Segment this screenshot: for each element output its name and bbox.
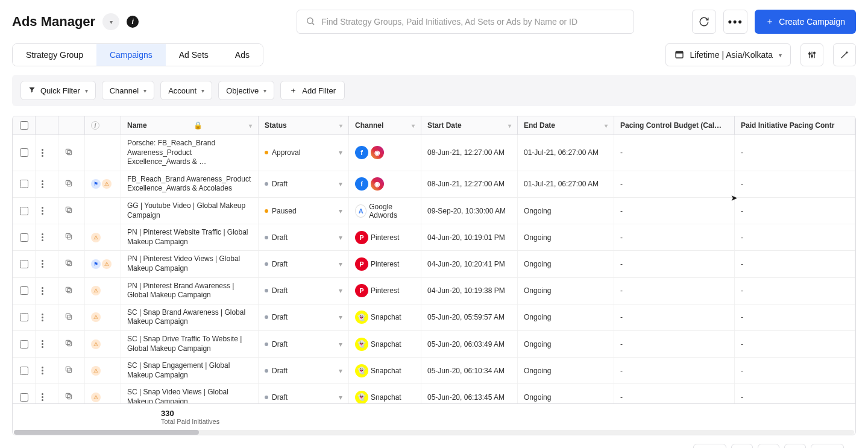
campaign-name[interactable]: PN | Pinterest Brand Awareness | Global … [121,278,259,304]
duplicate-icon[interactable] [64,148,73,158]
last-page-button[interactable]: Last [811,444,844,448]
svg-rect-13 [68,182,72,186]
row-checkbox[interactable] [20,313,28,321]
campaign-name[interactable]: SC | Snap Engagement | Global Makeup Cam… [121,358,259,383]
col-channel[interactable]: Channel▾ [349,116,421,134]
row-menu-button[interactable] [42,149,43,157]
col-start-label: Start Date [427,121,462,130]
duplicate-icon[interactable] [64,179,73,189]
sort-icon[interactable]: ▾ [412,122,415,129]
row-error-icons: ⚠ [91,393,101,402]
row-checkbox[interactable] [20,260,28,268]
row-checkbox[interactable] [20,340,28,349]
status-dropdown[interactable]: ▾ [339,393,342,402]
duplicate-icon[interactable] [64,286,73,296]
row-checkbox[interactable] [20,233,28,242]
svg-rect-16 [66,207,70,211]
status-dropdown[interactable]: ▾ [339,148,342,157]
duplicate-icon[interactable] [64,259,73,269]
col-start[interactable]: Start Date▾ [421,116,518,134]
page-number[interactable]: 1 [758,444,779,448]
sort-icon[interactable]: ▾ [339,122,342,129]
row-checkbox[interactable] [20,393,28,402]
status-dropdown[interactable]: ▾ [339,367,342,375]
status-dropdown[interactable]: ▾ [339,340,342,349]
tab-ads[interactable]: Ads [222,44,263,66]
app-dropdown[interactable]: ▾ [102,13,119,30]
sort-icon[interactable]: ▾ [508,122,511,129]
next-page-button[interactable]: ▶ [784,444,806,448]
quick-filter-button[interactable]: Quick Filter ▾ [20,81,96,100]
col-end[interactable]: End Date▾ [518,116,614,134]
sort-icon[interactable]: ▾ [249,122,252,129]
status-dropdown[interactable]: ▾ [339,233,342,242]
col-status[interactable]: Status▾ [259,116,349,134]
more-menu-button[interactable]: ••• [723,10,747,34]
duplicate-icon[interactable] [64,365,73,376]
row-menu-button[interactable] [42,207,43,215]
col-paid[interactable]: Paid Initiative Pacing Contr [735,116,855,134]
row-menu-button[interactable] [42,367,43,374]
timerange-dropdown[interactable]: Lifetime | Asia/Kolkata ▾ [665,43,791,66]
filter-channel[interactable]: Channel▾ [102,81,154,100]
filter-account[interactable]: Account▾ [160,81,212,100]
duplicate-icon[interactable] [64,232,73,242]
row-menu-button[interactable] [42,393,43,401]
refresh-button[interactable] [692,10,716,34]
timerange-label: Lifetime | Asia/Kolkata [690,50,773,60]
row-menu-button[interactable] [42,340,43,348]
duplicate-icon[interactable] [64,206,73,216]
status-dropdown[interactable]: ▾ [339,313,342,321]
col-name[interactable]: Name🔒▾ [121,116,259,134]
campaign-name[interactable]: SC | Snap Drive Traffic To Website | Glo… [121,331,259,357]
filter-objective[interactable]: Objective▾ [218,81,274,100]
prev-page-button[interactable]: ◀ [731,444,753,448]
create-campaign-button[interactable]: ＋ Create Campaign [755,10,856,34]
duplicate-icon[interactable] [64,339,73,349]
add-filter-button[interactable]: ＋Add Filter [280,81,345,100]
status-pill: Draft [265,233,288,242]
status-dropdown[interactable]: ▾ [339,180,342,188]
row-menu-button[interactable] [42,233,43,241]
select-all-checkbox[interactable] [20,121,28,130]
horizontal-scrollbar[interactable] [14,430,854,435]
duplicate-icon[interactable] [64,312,73,323]
status-dropdown[interactable]: ▾ [339,260,342,268]
status-dropdown[interactable]: ▾ [339,286,342,295]
sort-icon[interactable]: ▾ [605,122,608,129]
row-menu-button[interactable] [42,180,43,188]
col-pacing[interactable]: Pacing Control Budget (Cal… [614,116,735,134]
campaign-name[interactable]: PN | Pinterest Video Views | Global Make… [121,251,259,277]
tab-strategy-group[interactable]: Strategy Group [13,44,96,66]
row-menu-button[interactable] [42,287,43,295]
row-checkbox[interactable] [20,180,28,188]
table-scroll[interactable]: i Name🔒▾ Status▾ Channel▾ Start Date▾ En… [13,116,855,403]
info-icon[interactable]: i [127,16,139,28]
magic-button[interactable] [833,43,856,66]
campaign-name[interactable]: SC | Snap Brand Awareness | Global Makeu… [121,304,259,330]
status-dropdown[interactable]: ▾ [339,207,342,215]
campaign-name[interactable]: Porsche: FB_Reach_Brand Awareness_Produc… [121,135,259,171]
campaign-name[interactable]: PN | Pinterest Website Traffic | Global … [121,224,259,250]
search-input[interactable] [321,17,625,27]
row-menu-button[interactable] [42,260,43,268]
search-bar[interactable] [297,10,634,34]
tab-campaigns[interactable]: Campaigns [96,44,166,66]
duplicate-icon[interactable] [64,392,73,402]
start-date: 05-Jun-20, 06:10:34 AM [421,358,518,383]
sc-channel-icon: 👻 [355,338,368,351]
row-menu-button[interactable] [42,314,43,321]
first-page-button[interactable]: First [693,444,726,448]
row-checkbox[interactable] [20,367,28,375]
campaign-name[interactable]: GG | Youtube Video | Global Makeup Campa… [121,198,259,224]
columns-settings-button[interactable] [800,43,823,66]
campaign-name[interactable]: SC | Snap Video Views | Global Makeup Ca… [121,384,259,403]
campaign-name[interactable]: FB_Reach_Brand Awareness_Product Excelle… [121,171,259,197]
tab-ad-sets[interactable]: Ad Sets [166,44,222,66]
row-checkbox[interactable] [20,148,28,157]
svg-rect-12 [66,149,70,153]
status-pill: Paused [265,207,297,215]
row-checkbox[interactable] [20,207,28,215]
pn-channel-icon: P [355,231,368,244]
row-checkbox[interactable] [20,286,28,295]
